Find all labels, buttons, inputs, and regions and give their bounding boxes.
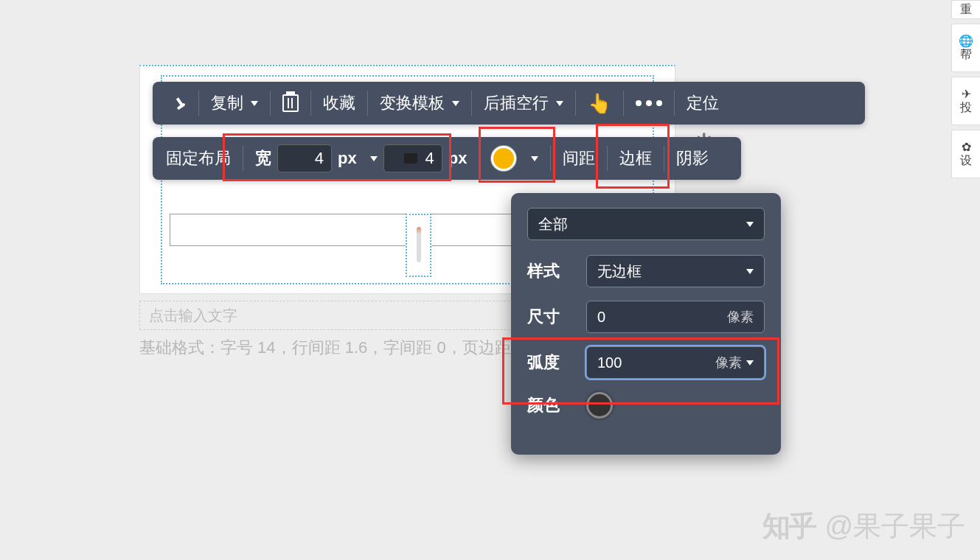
color-label: 颜色	[527, 394, 586, 416]
locate-button[interactable]: 定位	[675, 82, 731, 125]
width-label: 宽	[255, 147, 271, 169]
arc-input[interactable]: 100 像素	[586, 346, 765, 379]
change-template-button[interactable]: 变换模板	[368, 82, 471, 125]
chevron-down-icon[interactable]	[370, 156, 378, 161]
chevron-down-icon	[746, 222, 754, 227]
color-swatch-black	[586, 392, 613, 419]
height-input[interactable]: 4	[383, 144, 442, 172]
color-swatch	[491, 146, 516, 171]
zhihu-logo: 知乎	[762, 508, 816, 545]
chevron-down-icon	[251, 101, 258, 106]
resize-handle-box[interactable]	[406, 214, 431, 277]
chevron-down-icon	[746, 360, 754, 365]
chevron-down-icon	[746, 269, 754, 274]
favorite-button[interactable]: 收藏	[311, 82, 367, 125]
width-group: 宽 4 px 4 px	[243, 137, 479, 180]
side-tab-2[interactable]: ✈投	[951, 77, 980, 125]
shadow-button[interactable]: 阴影	[664, 137, 720, 180]
rect-icon	[404, 153, 417, 164]
spacing-button[interactable]: 间距	[551, 137, 607, 180]
fixed-layout-button[interactable]: 固定布局	[163, 137, 243, 180]
more-button[interactable]	[624, 82, 674, 125]
chevron-down-icon	[556, 101, 563, 106]
scope-select[interactable]: 全部	[527, 208, 765, 240]
border-button[interactable]: 边框	[608, 137, 664, 180]
chevron-down-icon	[531, 156, 538, 161]
insert-blank-button[interactable]: 后插空行	[472, 82, 575, 125]
pointer-button[interactable]: 👆	[576, 82, 623, 125]
size-unit: 像素	[727, 308, 754, 326]
width-unit: px	[338, 149, 357, 168]
style-select[interactable]: 无边框	[586, 255, 765, 287]
color-picker[interactable]	[479, 137, 550, 180]
placeholder-text: 点击输入文字	[149, 306, 237, 326]
toolbar-format: 固定布局 宽 4 px 4 px 间距 边框 阴影	[153, 137, 741, 180]
watermark: 知乎 @果子果子	[762, 508, 965, 545]
format-info: 基础格式：字号 14，行间距 1.6，字间距 0，页边距 20	[139, 337, 533, 359]
resize-handle[interactable]	[417, 227, 421, 262]
hand-icon: 👆	[588, 92, 611, 115]
side-tab-3[interactable]: ✿设	[951, 130, 980, 178]
dots-icon	[636, 100, 662, 106]
pin-icon	[173, 95, 189, 111]
side-tab-1[interactable]: 🌐帮	[951, 24, 980, 72]
pin-button[interactable]	[163, 82, 198, 125]
size-label: 尺寸	[527, 306, 586, 328]
border-panel: 全部 样式 无边框 尺寸 0像素 弧度 100 像素 颜色	[511, 193, 781, 455]
width-input[interactable]: 4	[277, 144, 332, 172]
color-swatch-button[interactable]	[586, 392, 613, 419]
trash-icon	[282, 94, 299, 112]
arc-label: 弧度	[527, 351, 586, 374]
copy-button[interactable]: 复制	[199, 82, 270, 125]
side-tab-0[interactable]: 重	[951, 0, 980, 19]
toolbar-main: 复制 收藏 变换模板 后插空行 👆 定位	[153, 82, 865, 125]
style-label: 样式	[527, 260, 586, 282]
height-unit: px	[448, 149, 468, 168]
chevron-down-icon	[452, 101, 459, 106]
size-input[interactable]: 0像素	[586, 301, 765, 333]
delete-button[interactable]	[271, 82, 310, 125]
